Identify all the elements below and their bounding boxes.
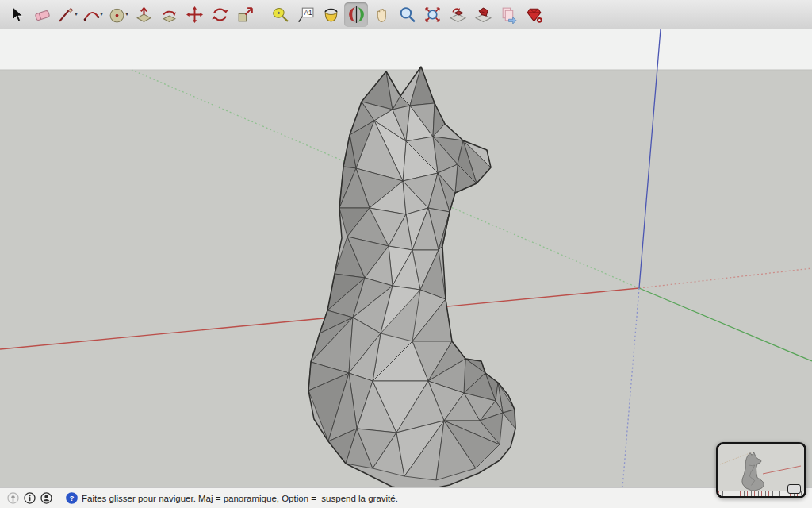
tool-follow-me[interactable] bbox=[157, 2, 181, 27]
viewport-canvas[interactable] bbox=[0, 29, 812, 487]
tool-arc[interactable]: ▾ bbox=[81, 2, 105, 27]
tool-push-pull[interactable] bbox=[132, 2, 155, 27]
paint-bucket-icon bbox=[322, 6, 340, 24]
tool-text[interactable]: A1 bbox=[293, 2, 317, 27]
eraser-icon bbox=[33, 6, 52, 24]
tool-shapes[interactable]: ▾ bbox=[106, 2, 130, 27]
tool-move[interactable] bbox=[182, 2, 206, 27]
follow-me-icon bbox=[160, 6, 178, 24]
toolbar: ▾▾▾A1 bbox=[0, 0, 812, 29]
dropdown-caret-icon[interactable]: ▾ bbox=[75, 11, 78, 17]
tool-line[interactable]: ▾ bbox=[56, 2, 79, 27]
tape-measure-icon bbox=[271, 6, 289, 24]
zoom-extents-icon bbox=[423, 6, 442, 24]
help-icon[interactable]: ? bbox=[65, 491, 79, 505]
tool-zoom[interactable] bbox=[395, 2, 419, 27]
shapes-icon bbox=[108, 6, 126, 24]
svg-text:A1: A1 bbox=[304, 9, 312, 17]
scale-icon bbox=[236, 6, 255, 24]
geolocation-icon[interactable] bbox=[6, 491, 20, 505]
rotate-icon bbox=[211, 6, 229, 24]
orbit-icon bbox=[347, 6, 366, 24]
send-to-layout-icon bbox=[500, 6, 518, 24]
text-icon: A1 bbox=[297, 6, 315, 24]
status-bar: ? Faites glisser pour naviguer. Maj = pa… bbox=[0, 487, 812, 508]
screen-preview-thumbnail[interactable] bbox=[716, 442, 806, 498]
line-icon bbox=[57, 6, 75, 24]
tool-select[interactable] bbox=[5, 2, 29, 27]
sky-background bbox=[0, 29, 812, 70]
pan-icon bbox=[373, 6, 391, 24]
previous-view-icon bbox=[449, 6, 467, 24]
tool-scale[interactable] bbox=[233, 2, 257, 27]
next-view-icon bbox=[474, 6, 492, 24]
tool-pan[interactable] bbox=[370, 2, 393, 27]
move-icon bbox=[186, 6, 204, 24]
extensions-icon bbox=[525, 6, 543, 24]
dropdown-caret-icon[interactable]: ▾ bbox=[100, 11, 103, 17]
tool-eraser[interactable] bbox=[30, 2, 54, 27]
status-divider bbox=[59, 492, 59, 505]
credits-icon[interactable] bbox=[23, 491, 36, 505]
dropdown-caret-icon[interactable]: ▾ bbox=[125, 11, 128, 17]
tool-extensions[interactable] bbox=[522, 2, 546, 27]
select-icon bbox=[8, 6, 26, 24]
tool-send-to-layout[interactable] bbox=[496, 2, 520, 27]
svg-text:?: ? bbox=[70, 495, 75, 502]
tool-tape-measure[interactable] bbox=[268, 2, 292, 27]
arc-icon bbox=[82, 6, 101, 24]
tool-rotate[interactable] bbox=[208, 2, 232, 27]
tool-zoom-extents[interactable] bbox=[420, 2, 444, 27]
status-message: Faites glisser pour naviguer. Maj = pano… bbox=[82, 494, 398, 503]
preview-corner-button[interactable] bbox=[787, 484, 801, 494]
tool-paint-bucket[interactable] bbox=[319, 2, 343, 27]
tool-next-view[interactable] bbox=[471, 2, 495, 27]
tool-orbit[interactable] bbox=[344, 2, 368, 27]
user-account-icon[interactable] bbox=[40, 491, 53, 505]
tool-previous-view[interactable] bbox=[446, 2, 469, 27]
zoom-icon bbox=[398, 6, 416, 24]
push-pull-icon bbox=[135, 6, 153, 24]
